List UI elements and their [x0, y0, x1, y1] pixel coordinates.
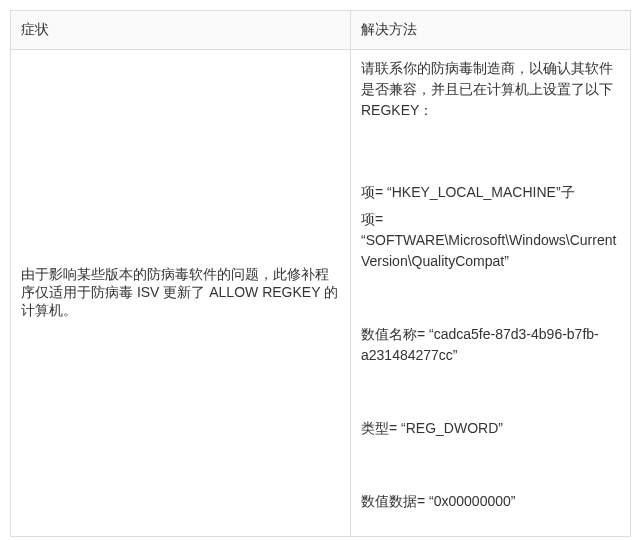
header-symptom: 症状 — [11, 11, 351, 50]
table-row: 由于影响某些版本的防病毒软件的问题，此修补程序仅适用于防病毒 ISV 更新了 A… — [11, 50, 631, 537]
solution-line-valname: 数值名称= “cadca5fe-87d3-4b96-b7fb-a23148427… — [361, 324, 620, 366]
solution-line-type: 类型= “REG_DWORD” — [361, 418, 620, 439]
solution-line-data: 数值数据= “0x00000000” — [361, 491, 620, 512]
cell-symptom: 由于影响某些版本的防病毒软件的问题，此修补程序仅适用于防病毒 ISV 更新了 A… — [11, 50, 351, 537]
table-header-row: 症状 解决方法 — [11, 11, 631, 50]
header-solution: 解决方法 — [351, 11, 631, 50]
solution-line-intro: 请联系你的防病毒制造商，以确认其软件是否兼容，并且已在计算机上设置了以下 REG… — [361, 58, 620, 121]
solution-line-key1: 项= “HKEY_LOCAL_MACHINE”子 — [361, 182, 620, 203]
cell-solution: 请联系你的防病毒制造商，以确认其软件是否兼容，并且已在计算机上设置了以下 REG… — [351, 50, 631, 537]
info-table: 症状 解决方法 由于影响某些版本的防病毒软件的问题，此修补程序仅适用于防病毒 I… — [10, 10, 631, 537]
solution-line-key2: 项= “SOFTWARE\Microsoft\Windows\CurrentVe… — [361, 209, 620, 272]
